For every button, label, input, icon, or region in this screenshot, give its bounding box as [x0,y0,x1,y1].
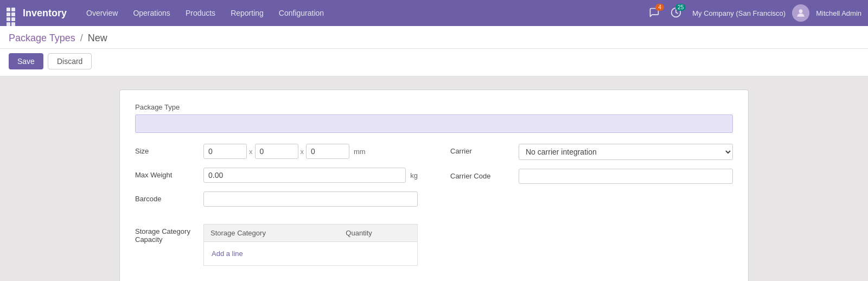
storage-category-label: Storage Category Capacity [135,224,195,244]
apps-menu-icon[interactable] [7,8,17,18]
action-bar: Save Discard [0,49,868,76]
user-avatar[interactable] [792,4,809,22]
barcode-input-group [203,191,418,207]
chat-badge: 4 [655,4,664,11]
right-column: Carrier No carrier integration Carrier C… [450,144,733,266]
package-type-label: Package Type [135,103,733,111]
nav-configuration[interactable]: Configuration [272,5,330,21]
storage-table: Storage Category Quantity Add a line [203,224,418,266]
size-field-row: Size x x mm [135,144,418,159]
carrier-field-row: Carrier No carrier integration [450,144,733,160]
activity-icon-btn[interactable]: 25 [671,7,681,20]
barcode-input[interactable] [203,191,418,207]
carrier-code-field-row: Carrier Code [450,169,733,184]
main-background: Package Type Size x x m [0,76,868,281]
nav-products[interactable]: Products [179,5,222,21]
max-weight-input-group: kg [203,168,418,183]
top-navigation: Inventory Overview Operations Products R… [0,0,868,26]
discard-button[interactable]: Discard [48,53,92,69]
size-sep-1: x [249,148,253,156]
breadcrumb-bar: Package Types / New [0,26,868,49]
nav-operations[interactable]: Operations [126,5,176,21]
storage-table-wrapper: Storage Category Quantity Add a line [203,224,418,266]
username: Mitchell Admin [816,9,861,17]
size-label: Size [135,144,195,155]
barcode-label: Barcode [135,191,195,203]
size-y-input[interactable] [255,144,298,159]
size-inputs-group: x x mm [203,144,418,159]
company-name: My Company (San Francisco) [692,9,786,17]
carrier-select[interactable]: No carrier integration [519,144,733,160]
carrier-code-label: Carrier Code [450,169,510,180]
form-card: Package Type Size x x m [119,90,749,281]
left-column: Size x x mm Max Weight [135,144,418,266]
storage-category-capacity-row: Storage Category Capacity Storage Catego… [135,224,418,266]
max-weight-input[interactable] [203,168,406,183]
carrier-select-group: No carrier integration [519,144,733,160]
size-unit: mm [354,148,366,156]
carrier-label: Carrier [450,144,510,155]
add-line-link[interactable]: Add a line [210,246,411,261]
carrier-code-input[interactable] [519,169,733,184]
nav-links: Overview Operations Products Reporting C… [80,5,649,21]
size-x-input[interactable] [203,144,247,159]
nav-reporting[interactable]: Reporting [224,5,270,21]
svg-point-1 [799,9,803,13]
chat-icon-btn[interactable]: 4 [649,7,660,20]
weight-unit: kg [410,171,418,180]
size-z-input[interactable] [306,144,349,159]
storage-add-line-row: Add a line [204,242,418,266]
package-type-field: Package Type [135,103,733,133]
topnav-right: 4 25 My Company (San Francisco) Mitchell… [649,4,861,22]
max-weight-label: Max Weight [135,168,195,179]
breadcrumb-separator: / [80,33,83,43]
package-type-input[interactable] [135,114,733,133]
activity-badge: 25 [675,4,686,11]
size-sep-2: x [301,148,304,156]
storage-col-quantity: Quantity [339,225,417,242]
nav-overview[interactable]: Overview [80,5,124,21]
breadcrumb-parent[interactable]: Package Types [9,33,75,43]
form-fields: Size x x mm Max Weight [135,144,733,266]
app-brand: Inventory [23,8,67,19]
breadcrumb-current: New [88,33,107,43]
carrier-code-input-group [519,169,733,184]
storage-col-category: Storage Category [204,225,340,242]
save-button[interactable]: Save [9,53,43,69]
barcode-field-row: Barcode [135,191,418,207]
max-weight-field-row: Max Weight kg [135,168,418,183]
